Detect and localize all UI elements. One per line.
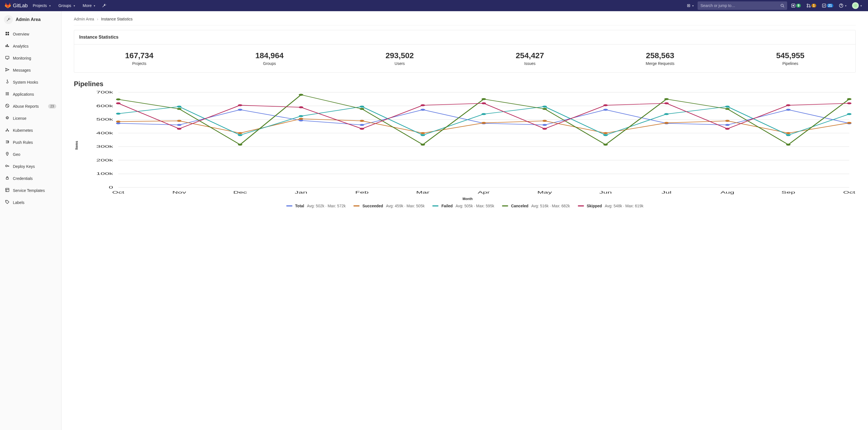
hooks-icon bbox=[5, 80, 9, 85]
nav-more[interactable]: More bbox=[80, 2, 98, 9]
svg-point-73 bbox=[177, 120, 181, 122]
svg-point-61 bbox=[238, 109, 242, 111]
svg-text:Jun: Jun bbox=[599, 190, 612, 194]
svg-rect-9 bbox=[6, 56, 9, 59]
svg-point-16 bbox=[8, 93, 9, 94]
legend-item-skipped[interactable]: SkippedAvg: 548k · Max: 619k bbox=[578, 204, 644, 208]
svg-point-117 bbox=[482, 102, 486, 104]
svg-point-102 bbox=[360, 108, 364, 110]
sidebar-item-monitoring[interactable]: Monitoring bbox=[0, 52, 61, 64]
avatar bbox=[852, 2, 859, 9]
section-title: Pipelines bbox=[62, 73, 868, 90]
svg-text:Nov: Nov bbox=[173, 190, 186, 194]
stat-projects: 167,734Projects bbox=[74, 44, 204, 72]
svg-point-10 bbox=[7, 80, 8, 81]
nav-projects[interactable]: Projects bbox=[30, 2, 54, 9]
stat-issues: 254,427Issues bbox=[465, 44, 595, 72]
mr-link[interactable]: 1 bbox=[805, 2, 818, 9]
svg-text:Aug: Aug bbox=[720, 190, 734, 194]
card-title: Instance Statistics bbox=[74, 30, 856, 44]
sidebar-item-deploy-keys[interactable]: Deploy Keys bbox=[0, 160, 61, 172]
chevron-right-icon: › bbox=[97, 17, 98, 21]
legend-item-canceled[interactable]: CanceledAvg: 516k · Max: 682k bbox=[502, 204, 570, 208]
stat-label: Pipelines bbox=[725, 61, 856, 66]
sidebar-item-labels[interactable]: Labels bbox=[0, 196, 61, 208]
svg-point-121 bbox=[725, 128, 730, 130]
svg-point-114 bbox=[299, 106, 303, 108]
svg-point-116 bbox=[421, 104, 425, 106]
svg-point-12 bbox=[7, 92, 8, 93]
svg-point-83 bbox=[786, 132, 790, 134]
stat-value: 293,502 bbox=[335, 51, 465, 60]
sidebar-item-overview[interactable]: Overview bbox=[0, 28, 61, 40]
svg-text:Apr: Apr bbox=[478, 190, 490, 194]
svg-point-118 bbox=[542, 128, 547, 130]
sidebar-item-label: Labels bbox=[13, 200, 56, 205]
search-box[interactable] bbox=[698, 1, 787, 10]
issues-link[interactable]: 9 bbox=[789, 2, 803, 9]
svg-point-76 bbox=[360, 120, 364, 122]
stat-pipelines: 545,955Pipelines bbox=[725, 44, 856, 72]
breadcrumb-root[interactable]: Admin Area bbox=[74, 17, 94, 21]
sidebar-item-system-hooks[interactable]: System Hooks bbox=[0, 76, 61, 88]
svg-point-77 bbox=[421, 132, 425, 134]
svg-point-64 bbox=[421, 109, 425, 111]
nav-groups[interactable]: Groups bbox=[56, 2, 78, 9]
sidebar-item-messages[interactable]: Messages bbox=[0, 64, 61, 76]
svg-text:May: May bbox=[537, 190, 552, 194]
legend-sub: Avg: 516k · Max: 682k bbox=[531, 204, 570, 208]
svg-point-110 bbox=[847, 98, 851, 100]
svg-point-85 bbox=[116, 113, 121, 115]
sidebar-header[interactable]: Admin Area bbox=[0, 11, 61, 28]
svg-text:Sep: Sep bbox=[781, 190, 795, 194]
svg-text:500k: 500k bbox=[96, 118, 113, 121]
sidebar-item-label: Monitoring bbox=[13, 56, 56, 60]
sidebar-item-analytics[interactable]: Analytics bbox=[0, 40, 61, 52]
svg-point-95 bbox=[725, 106, 730, 108]
svg-point-94 bbox=[664, 113, 669, 115]
svg-point-87 bbox=[238, 134, 242, 136]
plus-menu[interactable] bbox=[685, 2, 695, 9]
help-menu[interactable] bbox=[837, 2, 848, 9]
sidebar-item-applications[interactable]: Applications bbox=[0, 88, 61, 100]
sidebar-item-geo[interactable]: Geo bbox=[0, 148, 61, 160]
sidebar-title: Admin Area bbox=[16, 17, 40, 22]
svg-point-107 bbox=[664, 98, 669, 100]
svg-point-90 bbox=[421, 134, 425, 136]
legend-swatch bbox=[286, 205, 292, 207]
legend-name: Succeeded bbox=[362, 204, 383, 208]
sidebar-badge: 23 bbox=[48, 104, 56, 109]
k8s-icon bbox=[5, 128, 9, 133]
sidebar-item-push-rules[interactable]: Push Rules bbox=[0, 136, 61, 148]
search-input[interactable] bbox=[701, 3, 780, 8]
svg-point-26 bbox=[6, 165, 7, 167]
svg-text:Oct: Oct bbox=[112, 190, 124, 194]
sidebar-item-service-templates[interactable]: Service Templates bbox=[0, 184, 61, 196]
legend-item-succeeded[interactable]: SucceededAvg: 459k · Max: 505k bbox=[353, 204, 425, 208]
todo-link[interactable]: 21 bbox=[820, 2, 835, 9]
stats-card: Instance Statistics 167,734Projects184,9… bbox=[74, 30, 856, 73]
sidebar-item-abuse-reports[interactable]: Abuse Reports23 bbox=[0, 100, 61, 112]
gitlab-logo[interactable]: GitLab bbox=[4, 2, 28, 9]
svg-point-115 bbox=[360, 128, 364, 130]
legend-item-failed[interactable]: FailedAvg: 505k · Max: 595k bbox=[432, 204, 494, 208]
sidebar-item-label: Messages bbox=[13, 68, 56, 72]
legend-name: Total bbox=[295, 204, 304, 208]
sidebar-item-label: Service Templates bbox=[13, 188, 56, 193]
sidebar-item-kubernetes[interactable]: Kubernetes bbox=[0, 124, 61, 136]
svg-text:400k: 400k bbox=[96, 131, 113, 135]
svg-point-97 bbox=[847, 113, 851, 115]
stat-label: Projects bbox=[74, 61, 204, 66]
svg-point-67 bbox=[603, 109, 608, 111]
pipelines-chart: Items 0100k200k300k400k500k600k700kOctNo… bbox=[74, 90, 856, 201]
sidebar-item-license[interactable]: License bbox=[0, 112, 61, 124]
sidebar-item-credentials[interactable]: Credentials bbox=[0, 172, 61, 184]
svg-point-79 bbox=[542, 120, 547, 122]
x-axis-label: Month bbox=[80, 197, 856, 201]
svg-point-119 bbox=[603, 104, 608, 106]
svg-point-66 bbox=[542, 124, 547, 126]
svg-point-98 bbox=[116, 98, 121, 100]
legend-item-total[interactable]: TotalAvg: 502k · Max: 572k bbox=[286, 204, 346, 208]
admin-wrench-icon[interactable] bbox=[100, 2, 108, 9]
user-menu[interactable] bbox=[850, 1, 864, 11]
